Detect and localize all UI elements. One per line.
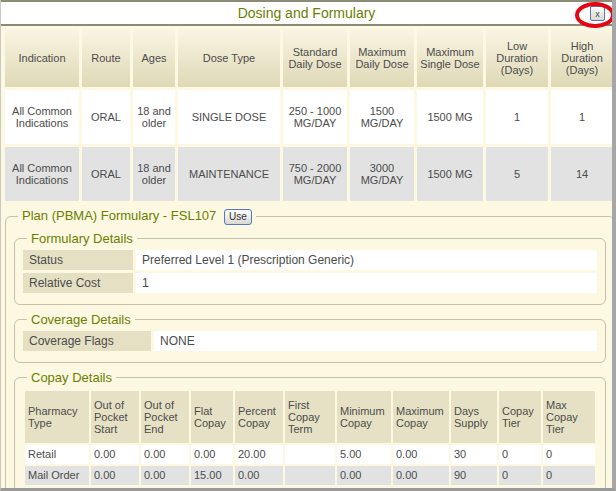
cell: Mail Order bbox=[25, 466, 89, 485]
status-label: Status bbox=[23, 250, 133, 270]
formulary-details-legend: Formulary Details bbox=[27, 231, 137, 246]
cell bbox=[285, 445, 335, 464]
cell: 1 bbox=[486, 90, 548, 144]
copay-col-pharmacy-type: Pharmacy Type bbox=[25, 391, 89, 443]
dosing-row-single-dose: All Common Indications ORAL 18 and older… bbox=[5, 90, 613, 144]
cell: MAINTENANCE bbox=[178, 147, 280, 201]
cell: 0.00 bbox=[191, 445, 233, 464]
dosing-formulary-dialog: Dosing and Formulary x Indication Route … bbox=[0, 0, 616, 491]
dosing-col-route: Route bbox=[82, 29, 130, 87]
copay-details-section: Copay Details Pharmacy Type Out of Pocke… bbox=[14, 370, 606, 491]
copay-col-oop-end: Out of Pocket End bbox=[141, 391, 189, 443]
cell: ORAL bbox=[82, 147, 130, 201]
status-row: Status Preferred Level 1 (Prescription G… bbox=[23, 250, 597, 270]
cell: 0.00 bbox=[337, 466, 391, 485]
title-bar: Dosing and Formulary x bbox=[1, 0, 612, 26]
relative-cost-row: Relative Cost 1 bbox=[23, 273, 597, 293]
copay-col-days-supply: Days Supply bbox=[451, 391, 497, 443]
formulary-details-section: Formulary Details Status Preferred Level… bbox=[14, 231, 606, 305]
coverage-flags-row: Coverage Flags NONE bbox=[23, 331, 597, 351]
cell: 0.00 bbox=[393, 466, 449, 485]
cell: 0 bbox=[543, 466, 595, 485]
copay-table: Pharmacy Type Out of Pocket Start Out of… bbox=[23, 389, 597, 487]
cell: 18 and older bbox=[133, 90, 175, 144]
copay-col-flat-copay: Flat Copay bbox=[191, 391, 233, 443]
use-button[interactable]: Use bbox=[224, 209, 252, 225]
dosing-col-dose-type: Dose Type bbox=[178, 29, 280, 87]
cell: 1500 MG bbox=[417, 147, 483, 201]
dosing-header-row: Indication Route Ages Dose Type Standard… bbox=[5, 29, 613, 87]
status-value: Preferred Level 1 (Prescription Generic) bbox=[136, 250, 597, 270]
cell: 750 - 2000 MG/DAY bbox=[283, 147, 347, 201]
cell: 0.00 bbox=[91, 445, 139, 464]
cell: ORAL bbox=[82, 90, 130, 144]
cell: All Common Indications bbox=[5, 147, 79, 201]
dosing-col-ages: Ages bbox=[133, 29, 175, 87]
dosing-col-maximum-single-dose: Maximum Single Dose bbox=[417, 29, 483, 87]
copay-col-percent-copay: Percent Copay bbox=[235, 391, 283, 443]
cell: 0.00 bbox=[393, 445, 449, 464]
copay-col-oop-start: Out of Pocket Start bbox=[91, 391, 139, 443]
cell: 14 bbox=[551, 147, 613, 201]
dosing-col-indication: Indication bbox=[5, 29, 79, 87]
cell: 15.00 bbox=[191, 466, 233, 485]
dosing-col-standard-daily-dose: Standard Daily Dose bbox=[283, 29, 347, 87]
copay-col-maximum-copay: Maximum Copay bbox=[393, 391, 449, 443]
cell: 5.00 bbox=[337, 445, 391, 464]
coverage-details-section: Coverage Details Coverage Flags NONE bbox=[14, 312, 606, 363]
plan-formulary-title: Plan (PBMA) Formulary - FSL107 bbox=[22, 208, 216, 223]
cell: 1500 MG bbox=[417, 90, 483, 144]
copay-row-mail-order: Mail Order 0.00 0.00 15.00 0.00 0.00 0.0… bbox=[25, 466, 595, 485]
cell bbox=[285, 466, 335, 485]
relative-cost-label: Relative Cost bbox=[23, 273, 133, 293]
cell: 30 bbox=[451, 445, 497, 464]
cell: 0 bbox=[543, 445, 595, 464]
cell: 250 - 1000 MG/DAY bbox=[283, 90, 347, 144]
coverage-flags-label: Coverage Flags bbox=[23, 331, 151, 351]
cell: 0.00 bbox=[141, 466, 189, 485]
cell: 0.00 bbox=[91, 466, 139, 485]
dosing-col-high-duration: High Duration (Days) bbox=[551, 29, 613, 87]
cell: All Common Indications bbox=[5, 90, 79, 144]
cell: 0.00 bbox=[141, 445, 189, 464]
cell: 5 bbox=[486, 147, 548, 201]
coverage-details-legend: Coverage Details bbox=[27, 312, 135, 327]
copay-col-first-copay-term: First Copay Term bbox=[285, 391, 335, 443]
copay-col-minimum-copay: Minimum Copay bbox=[337, 391, 391, 443]
dosing-col-low-duration: Low Duration (Days) bbox=[486, 29, 548, 87]
cell: 18 and older bbox=[133, 147, 175, 201]
cell: 1 bbox=[551, 90, 613, 144]
copay-col-copay-tier: Copay Tier bbox=[499, 391, 541, 443]
cell: 0 bbox=[499, 466, 541, 485]
plan-formulary-section: Plan (PBMA) Formulary - FSL107 Use Formu… bbox=[5, 208, 615, 491]
cell: SINGLE DOSE bbox=[178, 90, 280, 144]
cell: 3000 MG/DAY bbox=[350, 147, 414, 201]
dosing-col-maximum-daily-dose: Maximum Daily Dose bbox=[350, 29, 414, 87]
copay-row-retail: Retail 0.00 0.00 0.00 20.00 5.00 0.00 30… bbox=[25, 445, 595, 464]
copay-details-legend: Copay Details bbox=[27, 370, 116, 385]
relative-cost-value: 1 bbox=[136, 273, 597, 293]
cell: 1500 MG/DAY bbox=[350, 90, 414, 144]
coverage-flags-value: NONE bbox=[154, 331, 597, 351]
plan-formulary-legend: Plan (PBMA) Formulary - FSL107 Use bbox=[18, 208, 256, 225]
cell: 20.00 bbox=[235, 445, 283, 464]
cell: 90 bbox=[451, 466, 497, 485]
cell: Retail bbox=[25, 445, 89, 464]
cell: 0.00 bbox=[235, 466, 283, 485]
close-button[interactable]: x bbox=[590, 6, 605, 21]
copay-col-max-copay-tier: Max Copay Tier bbox=[543, 391, 595, 443]
dosing-row-maintenance: All Common Indications ORAL 18 and older… bbox=[5, 147, 613, 201]
dosing-table: Indication Route Ages Dose Type Standard… bbox=[2, 26, 616, 204]
cell: 0 bbox=[499, 445, 541, 464]
page-title: Dosing and Formulary bbox=[238, 5, 376, 21]
copay-header-row: Pharmacy Type Out of Pocket Start Out of… bbox=[25, 391, 595, 443]
